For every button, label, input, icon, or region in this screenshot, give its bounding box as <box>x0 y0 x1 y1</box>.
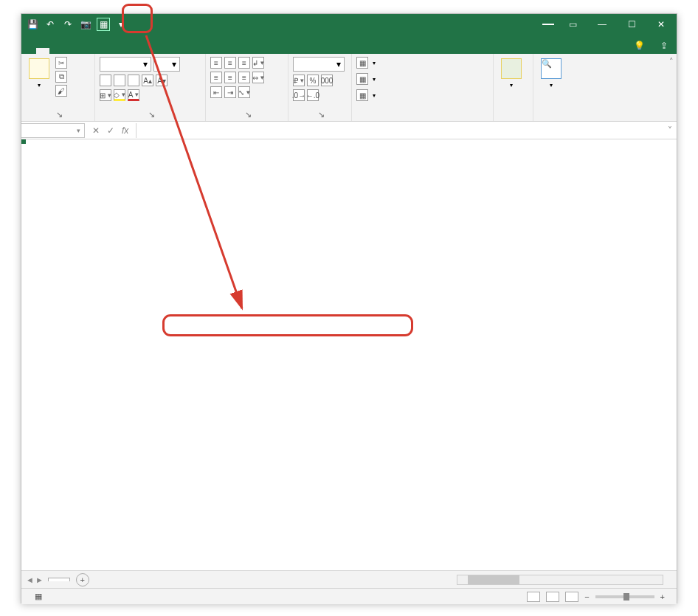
editing-button[interactable]: 🔍▾ <box>538 57 564 90</box>
ribbon-tabs: 💡 ⇪ <box>21 35 677 54</box>
status-bar: ▦ − + <box>21 588 677 604</box>
page-layout-view-icon[interactable] <box>546 592 559 602</box>
align-center-icon[interactable]: ≡ <box>224 72 236 83</box>
add-sheet-button[interactable]: + <box>76 573 89 586</box>
borders-icon[interactable]: ⊞ <box>100 89 111 101</box>
tell-me[interactable]: 💡 <box>627 38 654 54</box>
fill-handle[interactable] <box>21 139 26 144</box>
orientation-icon[interactable]: ⤡ <box>238 86 250 98</box>
chevron-down-icon: ▾ <box>38 82 41 89</box>
merge-cells-icon[interactable]: ⇔ <box>252 72 264 83</box>
tab-help[interactable] <box>142 48 156 54</box>
sheet-nav-next-icon[interactable]: ► <box>35 575 44 584</box>
qat-dropdown-icon[interactable]: ▾ <box>114 18 128 31</box>
cut-icon[interactable]: ✂ <box>55 57 67 69</box>
worksheet-grid[interactable] <box>21 139 677 570</box>
decrease-font-icon[interactable]: A▾ <box>156 75 167 86</box>
wrap-text-icon[interactable]: ↲ <box>252 57 264 69</box>
minimize-icon[interactable]: — <box>591 17 613 32</box>
name-box[interactable]: ▾ <box>21 123 85 138</box>
file-menu[interactable] <box>21 48 36 54</box>
format-painter-icon[interactable]: 🖌 <box>55 85 67 97</box>
underline-button[interactable] <box>128 75 139 86</box>
italic-button[interactable] <box>114 75 125 86</box>
zoom-slider[interactable] <box>595 595 654 598</box>
align-top-icon[interactable]: ≡ <box>210 57 222 69</box>
font-name-selector[interactable]: ▾ <box>100 57 151 72</box>
copy-icon[interactable]: ⧉ <box>55 71 67 83</box>
cells-button[interactable]: ▾ <box>498 57 525 90</box>
align-right-icon[interactable]: ≡ <box>238 72 250 83</box>
dialog-launcher-icon[interactable]: ↘ <box>245 110 252 120</box>
accounting-format-icon[interactable]: ₽ <box>293 75 305 86</box>
align-middle-icon[interactable]: ≡ <box>224 57 236 69</box>
editing-icon: 🔍 <box>541 58 561 79</box>
redo-icon[interactable]: ↷ <box>61 18 75 31</box>
dialog-launcher-icon[interactable]: ↘ <box>56 110 63 120</box>
format-as-table-button[interactable]: ▦▾ <box>356 73 376 85</box>
sheet-tab[interactable] <box>48 578 70 581</box>
cell-styles-icon: ▦ <box>356 89 368 101</box>
login-button[interactable] <box>542 24 554 25</box>
decrease-indent-icon[interactable]: ⇤ <box>210 86 222 98</box>
macro-record-icon[interactable]: ▦ <box>35 592 42 601</box>
ribbon: ▾ ✂ ⧉ 🖌 ↘ ▾ ▾ A▴ <box>21 54 677 122</box>
increase-font-icon[interactable]: A▴ <box>142 75 153 86</box>
share-button[interactable]: ⇪ <box>654 38 677 54</box>
increase-decimal-icon[interactable]: .0→ <box>293 89 305 101</box>
font-size-selector[interactable]: ▾ <box>153 57 180 72</box>
tab-data[interactable] <box>89 48 103 54</box>
zoom-out-icon[interactable]: − <box>584 592 589 601</box>
cancel-formula-icon[interactable]: ✕ <box>92 125 100 136</box>
bold-button[interactable] <box>100 75 111 86</box>
maximize-icon[interactable]: ☐ <box>621 17 643 32</box>
zoom-in-icon[interactable]: + <box>660 592 665 601</box>
bulb-icon: 💡 <box>634 41 645 51</box>
dialog-launcher-icon[interactable]: ↘ <box>148 110 155 120</box>
conditional-formatting-button[interactable]: ▦▾ <box>356 57 376 69</box>
align-left-icon[interactable]: ≡ <box>210 72 222 83</box>
close-icon[interactable]: ✕ <box>650 17 672 32</box>
titlebar: 💾 ↶ ↷ 📷 ▦ ▾ ▭ — ☐ ✕ <box>21 14 677 35</box>
cells-icon <box>501 58 522 79</box>
tab-home[interactable] <box>36 48 49 54</box>
tab-review[interactable] <box>103 48 116 54</box>
normal-view-icon[interactable] <box>527 592 540 602</box>
tab-insert[interactable] <box>49 48 63 54</box>
formula-bar[interactable] <box>136 123 663 138</box>
enter-formula-icon[interactable]: ✓ <box>107 125 114 136</box>
tab-view[interactable] <box>116 48 129 54</box>
cell-styles-button[interactable]: ▦▾ <box>356 89 376 101</box>
percent-format-icon[interactable]: % <box>307 75 319 86</box>
save-icon[interactable]: 💾 <box>26 18 39 31</box>
sheet-tab-bar: ◄ ► + <box>21 570 677 588</box>
paste-button[interactable]: ▾ <box>26 57 52 90</box>
conditional-format-icon: ▦ <box>356 57 368 69</box>
page-break-view-icon[interactable] <box>565 592 578 602</box>
decrease-decimal-icon[interactable]: ←.0 <box>307 89 319 101</box>
font-color-icon[interactable]: A <box>128 89 139 101</box>
formula-bar-row: ▾ ✕ ✓ fx ˅ <box>21 122 677 139</box>
tab-page-layout[interactable] <box>63 48 76 54</box>
tab-developer[interactable] <box>129 48 142 54</box>
comma-format-icon[interactable]: 000 <box>321 75 333 86</box>
fx-icon[interactable]: fx <box>122 125 128 136</box>
paste-icon <box>29 58 49 79</box>
merge-center-icon[interactable]: ▦ <box>97 18 110 31</box>
horizontal-scrollbar[interactable] <box>457 575 663 585</box>
sheet-nav-prev-icon[interactable]: ◄ <box>26 575 34 584</box>
number-format-selector[interactable]: ▾ <box>293 57 345 72</box>
fill-color-icon[interactable]: ◇ <box>114 89 125 101</box>
align-bottom-icon[interactable]: ≡ <box>238 57 250 69</box>
tab-formulas[interactable] <box>76 48 89 54</box>
dialog-launcher-icon[interactable]: ↘ <box>318 110 325 120</box>
camera-icon[interactable]: 📷 <box>79 18 92 31</box>
ribbon-display-icon[interactable]: ▭ <box>561 17 584 32</box>
undo-icon[interactable]: ↶ <box>44 18 57 31</box>
table-format-icon: ▦ <box>356 73 368 85</box>
expand-formula-bar-icon[interactable]: ˅ <box>663 125 677 136</box>
increase-indent-icon[interactable]: ⇥ <box>224 86 236 98</box>
collapse-ribbon-icon[interactable]: ˄ <box>666 54 677 121</box>
share-icon: ⇪ <box>660 41 668 51</box>
